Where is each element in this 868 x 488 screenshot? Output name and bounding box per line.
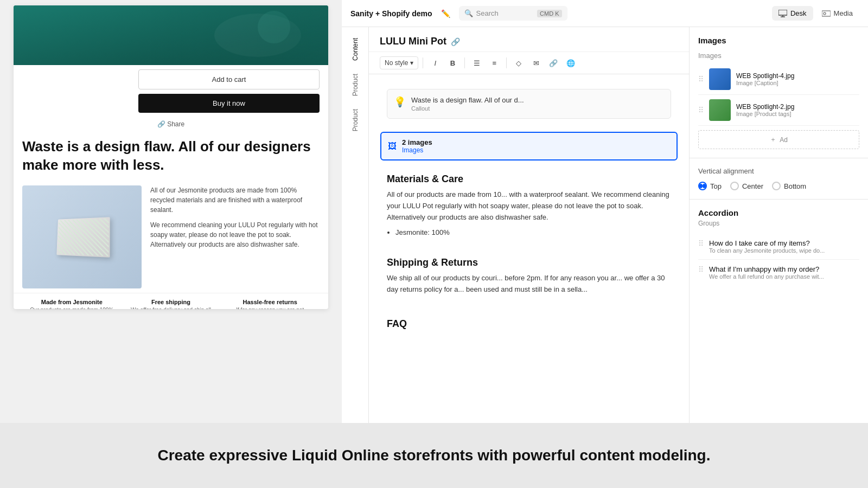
image-item-2[interactable]: ⠿ WEB Spotlight-2.jpg Image [Product tag… [698,95,859,126]
bottom-tagline-text: Create expressive Liquid Online storefro… [157,447,710,464]
alignment-top[interactable]: Top [698,182,722,190]
image-info-2: WEB Spotlight-2.jpg Image [Product tags] [736,103,859,117]
editor-main: LULU Mini Pot 🔗 No style ▾ I B ☰ ≡ [369,27,689,423]
store-features: Made from Jesmonite Our products are mad… [14,293,328,309]
image-thumb-1 [709,68,731,90]
images-block[interactable]: 🖼 2 images Images [380,131,678,161]
plus-icon: ＋ [770,135,776,144]
radio-top[interactable] [698,182,707,190]
feature-returns: Hassle-free returns If for any reason yo… [220,299,320,309]
shipping-heading: Shipping & Returns [387,257,671,268]
callout-block[interactable]: 💡 Waste is a design flaw. All of our d..… [380,83,678,125]
style-dropdown[interactable]: No style ▾ [380,56,418,69]
product-description: All of our Jesmonite products are made f… [150,185,320,288]
images-panel-title: Images [698,36,859,45]
store-hero-image [14,5,328,65]
accordion-item-title-2: What if I'm unhappy with my order? [709,265,859,273]
radio-center[interactable] [730,182,739,190]
toolbar-bold-btn[interactable]: B [445,55,460,70]
svg-point-1 [214,14,301,57]
images-subsection-title: Images [698,52,859,60]
chevron-down-icon: ▾ [410,59,413,67]
callout-icon: 💡 [394,96,406,108]
toolbar-globe-btn[interactable]: 🌐 [563,55,578,70]
media-icon [822,10,831,17]
shipping-body: We ship all of our products by couri... … [387,273,671,296]
sidebar-tab-product2[interactable]: Product [347,102,363,138]
editor-panel: Sanity + Shopify demo ✏️ 🔍 Search CMD K … [342,0,868,423]
toolbar-italic-btn[interactable]: I [427,55,443,70]
image-tag-1: Image [Caption] [736,80,859,86]
add-to-cart-button[interactable]: Add to cart [138,69,320,89]
document-header: LULU Mini Pot 🔗 [369,27,689,52]
alignment-options: Top Center Bottom [698,182,859,190]
accordion-content-2: What if I'm unhappy with my order? We of… [709,265,859,280]
bottom-tagline-area: Create expressive Liquid Online storefro… [0,423,868,488]
image-name-2: WEB Spotlight-2.jpg [736,103,859,111]
images-panel-section: Images Images ⠿ WEB Spotlight-4.jpg Imag… [690,27,868,158]
store-preview-card: Add to cart Buy it now 🔗 Share Waste is … [14,5,328,309]
accordion-drag-2[interactable]: ⠿ [698,265,704,274]
alignment-top-label: Top [710,182,722,190]
accordion-drag-1[interactable]: ⠿ [698,239,704,248]
share-link[interactable]: 🔗 Share [14,117,328,131]
search-placeholder: Search [476,9,499,17]
search-icon: 🔍 [464,9,473,17]
toolbar-ol-btn[interactable]: ≡ [487,55,502,70]
thumb-visual-2 [709,99,731,121]
images-label: Images [402,146,432,154]
materials-section[interactable]: Materials & Care All of our products are… [380,168,678,245]
materials-body: All of our products are made from 10... … [387,189,671,223]
search-bar[interactable]: 🔍 Search CMD K [459,6,567,21]
materials-heading: Materials & Care [387,174,671,185]
callout-text: Waste is a design flaw. All of our d... [411,96,664,104]
toolbar-diamond-btn[interactable]: ◇ [511,55,526,70]
tab-media[interactable]: Media [815,6,859,21]
app-title: Sanity + Shopify demo [350,9,432,18]
accordion-item-desc-2: We offer a full refund on any purchase w… [709,273,859,280]
toolbar-divider-2 [464,57,465,68]
sidebar-tab-content[interactable]: Content [347,31,363,67]
toolbar-ul-btn[interactable]: ☰ [469,55,484,70]
image-item-1[interactable]: ⠿ WEB Spotlight-4.jpg Image [Caption] [698,64,859,95]
materials-bullet: Jesmonite: 100% [395,227,671,239]
link-icon[interactable]: 🔗 [451,37,460,46]
accordion-item-1[interactable]: ⠿ How do I take care of my items? To cle… [698,234,859,260]
edit-icon[interactable]: ✏️ [441,9,450,18]
monitor-icon [778,10,787,17]
alignment-bottom[interactable]: Bottom [772,182,806,190]
alignment-bottom-label: Bottom [784,182,806,190]
groups-label: Groups [698,220,859,227]
editor-body: Content Product Product LULU Mini Pot 🔗 … [342,27,868,423]
editor-toolbar: No style ▾ I B ☰ ≡ ◇ ✉ 🔗 🌐 [369,52,689,74]
toolbar-link-btn[interactable]: 🔗 [546,55,561,70]
accordion-item-2[interactable]: ⠿ What if I'm unhappy with my order? We … [698,260,859,285]
drag-handle-1[interactable]: ⠿ [698,75,704,84]
faq-section[interactable]: FAQ [380,312,678,340]
tab-desk[interactable]: Desk [772,6,813,21]
toolbar-divider-1 [423,57,423,68]
alignment-section: Vertical alignment Top Center [690,158,868,199]
sidebar-tab-product1[interactable]: Product [347,67,363,102]
images-info: 2 images Images [402,138,432,154]
store-content-grid: All of our Jesmonite products are made f… [14,181,328,293]
add-image-button[interactable]: ＋ Ad [698,130,859,149]
buy-now-button[interactable]: Buy it now [138,94,320,113]
accordion-item-desc-1: To clean any Jesmonite products, wipe do… [709,247,859,254]
thumb-visual-1 [709,68,731,90]
faq-heading: FAQ [387,318,671,330]
product-image [22,185,142,288]
toolbar-email-btn[interactable]: ✉ [528,55,544,70]
toolbar-divider-3 [506,57,507,68]
image-tag-2: Image [Product tags] [736,111,859,117]
accordion-section: Accordion Groups ⠿ How do I take care of… [690,199,868,294]
accordion-item-title-1: How do I take care of my items? [709,239,859,247]
accordion-content-1: How do I take care of my items? To clean… [709,239,859,254]
alignment-center[interactable]: Center [730,182,763,190]
svg-rect-3 [778,10,787,15]
callout-label: Callout [411,105,664,112]
shipping-section[interactable]: Shipping & Returns We ship all of our pr… [380,251,678,306]
radio-bottom[interactable] [772,182,781,190]
drag-handle-2[interactable]: ⠿ [698,106,704,114]
store-preview-panel: Add to cart Buy it now 🔗 Share Waste is … [0,0,342,423]
